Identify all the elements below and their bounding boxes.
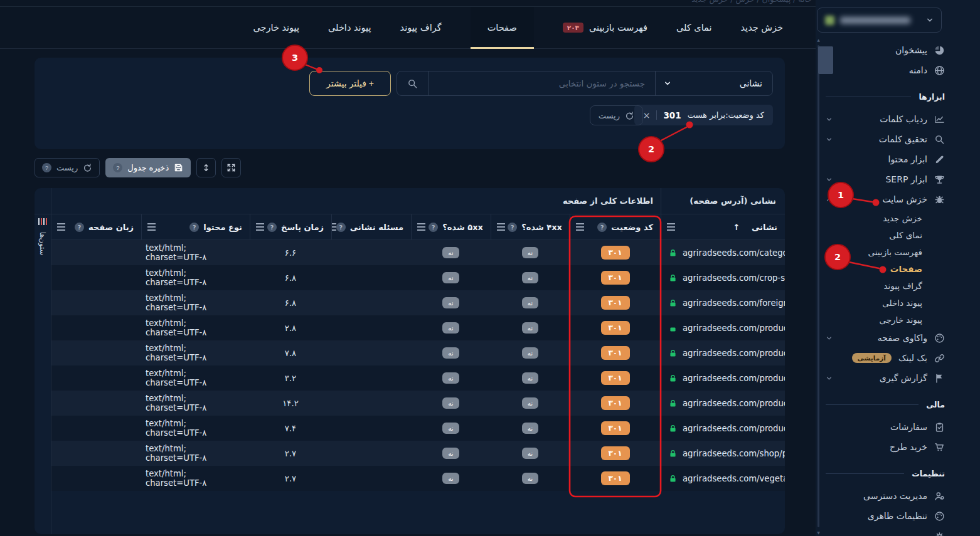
header-4xx[interactable]: ۴xx شده؟ [491, 214, 570, 239]
help-icon [75, 223, 84, 232]
sidebar-item-dashboard[interactable]: پیشخوان [816, 40, 980, 60]
globe-icon [934, 65, 945, 76]
content-type-cell: text/html; charset=UTF-۸ [141, 391, 250, 416]
sidebar-item-keyword-research[interactable]: تحقیق کلمات [816, 129, 980, 149]
no-badge: نه [442, 448, 459, 459]
columns-icon[interactable] [38, 218, 47, 225]
url-cell[interactable]: agriradseeds.com/product-ca [661, 365, 785, 391]
tab-link-graph[interactable]: گراف پیوند [400, 7, 442, 48]
no-badge: نه [522, 473, 539, 484]
undo-icon [83, 163, 92, 172]
column-menu-icon[interactable] [331, 223, 336, 231]
status-badge: ۳۰۱ [601, 471, 630, 485]
header-5xx[interactable]: ۵xx شده؟ [411, 214, 491, 239]
sidebar-item-access-management[interactable]: مدیریت دسترسی [816, 486, 980, 506]
help-icon [429, 223, 438, 232]
url-cell[interactable]: agriradseeds.com/product-ca [661, 340, 785, 365]
chevron-up-icon [826, 196, 833, 203]
response-time-cell: ۶.۶ [250, 240, 331, 265]
url-cell[interactable]: agriradseeds.com/product-ca [661, 391, 785, 416]
status-badge: ۳۰۱ [601, 296, 630, 310]
column-menu-icon[interactable] [497, 223, 505, 231]
group-header-row: نشانی (آدرس صفحه) اطلاعات کلی از صفحه [51, 188, 785, 214]
lock-icon [669, 475, 677, 483]
table-row: agriradseeds.com/product-ca ۳۰۱ نه نه ۷.… [51, 340, 785, 365]
save-table-button[interactable]: ذخیره جدول [105, 158, 191, 177]
sidebar-item-page-analysis[interactable]: واکاوی صفحه [816, 328, 980, 348]
filter-reset-button[interactable]: ریست [590, 105, 643, 125]
content-type-cell: text/html; charset=UTF-۸ [141, 416, 250, 441]
status-badge: ۳۰۱ [601, 446, 630, 460]
url-cell[interactable]: agriradseeds.com/category/a [661, 240, 785, 265]
active-filter-chip: کد وضعیت:برابر هست 301 × [634, 105, 773, 125]
columns-side-tab[interactable]: ستون‌ها [35, 188, 51, 534]
lock-icon [669, 274, 677, 282]
sidebar-subitem-review-list[interactable]: فهرست بازبینی [816, 243, 980, 260]
domain-selector[interactable] [817, 8, 942, 33]
search-button[interactable] [397, 71, 429, 95]
header-response-time[interactable]: زمان پاسخ [250, 214, 331, 239]
sidebar-subitem-new-crawl[interactable]: خزش جدید [816, 209, 980, 226]
chevron-down-icon [826, 375, 833, 382]
sidebar-section-tools: ابزارها [816, 84, 980, 109]
palette-icon [934, 511, 945, 522]
sidebar-subitem-overview[interactable]: نمای کلی [816, 226, 980, 243]
clipboard-icon [934, 422, 945, 433]
tab-overview[interactable]: نمای کلی [676, 7, 712, 48]
sidebar-item-orders[interactable]: سفارشات [816, 417, 980, 437]
tab-review-list[interactable]: فهرست بازبینی ۲۰۳ [563, 7, 647, 48]
column-menu-icon[interactable] [667, 223, 675, 231]
chevron-down-icon [826, 335, 833, 342]
column-menu-icon[interactable] [256, 223, 264, 231]
tab-internal-links[interactable]: پیوند داخلی [328, 7, 371, 48]
header-content-type[interactable]: نوع محتوا [141, 214, 250, 239]
sidebar-subitem-pages[interactable]: صفحات [816, 260, 980, 277]
row-height-button[interactable] [196, 158, 216, 177]
column-menu-icon[interactable] [417, 223, 425, 231]
pie-chart-icon [934, 45, 945, 56]
sidebar-item-serp-tool[interactable]: ابزار SERP [816, 169, 980, 189]
sidebar-subitem-link-graph[interactable]: گراف پیوند [816, 277, 980, 294]
content-type-cell: text/html; charset=UTF-۸ [141, 466, 250, 491]
sidebar-subitem-external-links[interactable]: پیوند خارجی [816, 311, 980, 328]
more-filters-button[interactable]: + فیلتر بیشتر [309, 71, 391, 96]
filter-chip-label: کد وضعیت:برابر هست [688, 110, 764, 120]
url-cell[interactable]: agriradseeds.com/product/le [661, 315, 785, 340]
url-cell[interactable]: agriradseeds.com/product-ca [661, 416, 785, 441]
content-type-cell: text/html; charset=UTF-۸ [141, 290, 250, 315]
table-toolbar: ریست ذخیره جدول [35, 158, 241, 177]
url-cell[interactable]: agriradseeds.com/crop-summ [661, 265, 785, 290]
sidebar-item-domain[interactable]: دامنه [816, 60, 980, 80]
sidebar-item-buy-plan[interactable]: خرید طرح [816, 437, 980, 457]
sidebar-item-backlink[interactable]: بک لینک آزمایشی [816, 348, 980, 368]
response-time-cell: ۶.۸ [250, 290, 331, 315]
url-cell[interactable]: agriradseeds.com/shop/page [661, 441, 785, 466]
sidebar-item-appearance-settings[interactable]: تنظیمات ظاهری [816, 506, 980, 526]
search-input[interactable] [429, 78, 655, 88]
tab-new-crawl[interactable]: خزش جدید [741, 7, 784, 48]
header-url[interactable]: نشانی ↑ [661, 214, 785, 239]
sidebar-item-site-crawl[interactable]: خزش سایت [816, 189, 980, 209]
sidebar-item-clipped[interactable] [816, 526, 980, 536]
sidebar-item-content-tool[interactable]: ابزار محتوا [816, 149, 980, 169]
column-menu-icon[interactable] [57, 223, 65, 231]
no-badge: نه [522, 272, 539, 283]
sidebar-item-reporting[interactable]: گزارش گیری [816, 368, 980, 388]
url-cell[interactable]: agriradseeds.com/vegetables [661, 466, 785, 491]
url-cell[interactable]: agriradseeds.com/foreign-pro [661, 290, 785, 315]
header-page-language[interactable]: زبان صفحه [51, 214, 141, 239]
column-select[interactable]: نشانی [656, 71, 772, 95]
sidebar-subitem-internal-links[interactable]: پیوند داخلی [816, 294, 980, 311]
column-menu-icon[interactable] [147, 223, 156, 231]
table-row: agriradseeds.com/product/le ۳۰۱ نه نه ۲.… [51, 315, 785, 340]
table-reset-button[interactable]: ریست [35, 158, 100, 177]
sidebar-item-keyword-tracker[interactable]: ردیاب کلمات [816, 109, 980, 129]
tab-pages[interactable]: صفحات [471, 7, 534, 48]
fullscreen-button[interactable] [221, 158, 241, 177]
column-menu-icon[interactable] [576, 223, 584, 231]
no-badge: نه [442, 372, 459, 384]
header-url-issue[interactable]: مسئله نشانی [331, 214, 411, 239]
tab-external-links[interactable]: پیوند خارجی [253, 7, 299, 48]
header-status-code[interactable]: کد وضعیت [570, 214, 661, 239]
remove-filter-icon[interactable]: × [643, 110, 651, 120]
